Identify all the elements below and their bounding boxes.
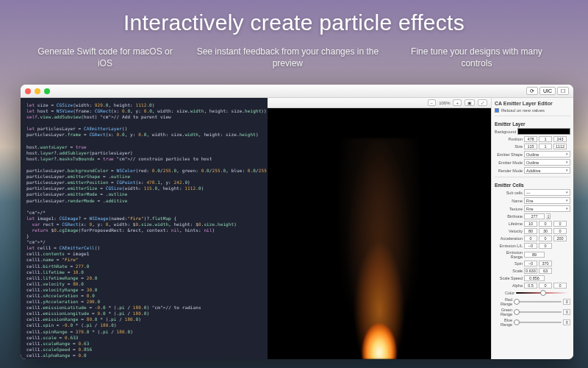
red-range-slider[interactable]: [514, 299, 562, 305]
spin-label: Spin: [495, 261, 523, 266]
alpha-a[interactable]: 0.5: [524, 283, 537, 289]
scale-speed-field[interactable]: 0.856: [524, 275, 545, 281]
position-label: Position: [495, 137, 523, 141]
emitter-shape-label: Emitter Shape: [495, 152, 523, 157]
birthrate-field[interactable]: 277: [524, 213, 545, 219]
blue-range-label: Blue Range: [495, 318, 512, 327]
size-h[interactable]: 1: [539, 144, 552, 149]
render-mode-select[interactable]: Additive: [524, 167, 570, 174]
acceleration-label: Acceleration: [495, 236, 523, 241]
color-slider[interactable]: [516, 290, 570, 296]
texture-select[interactable]: Fire: [524, 205, 570, 212]
stepper-icon[interactable]: ▴▾: [546, 213, 551, 219]
accel-b[interactable]: 0: [539, 236, 552, 241]
lifetime-a[interactable]: 10: [524, 221, 537, 227]
lifetime-b[interactable]: 0: [539, 221, 552, 227]
background-swatch[interactable]: [517, 128, 570, 135]
app-window: ⟳ UIC ☐ let size = CGSize(width: 929.0, …: [21, 85, 573, 359]
blue-range-field[interactable]: 0: [563, 319, 570, 325]
blue-range-slider[interactable]: [514, 319, 562, 325]
sub-headlines: Generate Swift code for macOS or iOS See…: [0, 46, 588, 69]
velocity-c[interactable]: 0: [553, 228, 567, 234]
scale-b[interactable]: 63: [539, 268, 552, 274]
alpha-label: Alpha: [495, 283, 523, 288]
size-d[interactable]: 1112: [553, 144, 567, 149]
titlebar-reload-button[interactable]: ⟳: [526, 87, 538, 95]
accel-c[interactable]: 200: [553, 236, 567, 241]
titlebar-panel-button[interactable]: ☐: [557, 87, 569, 95]
subcells-select[interactable]: —: [524, 189, 570, 196]
velocity-label: Velocity: [495, 229, 523, 233]
emission-b[interactable]: 0: [539, 243, 552, 249]
spin-b[interactable]: 370: [539, 261, 552, 266]
emission-range-field[interactable]: 89: [524, 252, 545, 258]
background-label: Background: [495, 130, 516, 134]
position-y[interactable]: 243: [553, 136, 567, 142]
name-field[interactable]: Fire: [524, 197, 570, 204]
red-range-field[interactable]: 0: [563, 299, 570, 305]
emitter-cells-section: Emitter Cells: [495, 183, 570, 188]
position-yl[interactable]: 1: [539, 136, 552, 142]
zoom-out-button[interactable]: −: [428, 99, 437, 106]
alpha-c[interactable]: 0: [553, 283, 567, 289]
lifetime-c[interactable]: 0: [553, 221, 567, 227]
emission-range-label: Emission Range: [495, 250, 523, 259]
emitter-layer-section: Emitter Layer: [495, 121, 570, 127]
preview-pane: − 100% + ▣ ⤢: [268, 98, 491, 359]
color-label: Color: [495, 291, 514, 295]
red-range-label: Red Range: [495, 297, 512, 306]
emitter-mode-label: Emitter Mode: [495, 160, 523, 165]
zoom-in-button[interactable]: +: [453, 99, 462, 106]
velocity-b[interactable]: 30: [539, 228, 552, 234]
preview-mode-button[interactable]: ▣: [465, 99, 475, 106]
particle-flame: [339, 138, 420, 359]
preview-toolbar: − 100% + ▣ ⤢: [268, 98, 491, 108]
reload-checkbox[interactable]: Reload on new values: [495, 108, 570, 113]
sub-1: Generate Swift code for macOS or iOS: [29, 46, 181, 69]
render-mode-label: Render Mode: [495, 169, 523, 173]
emitter-mode-select[interactable]: Outline: [524, 159, 570, 166]
position-x[interactable]: 478: [524, 136, 537, 142]
checkbox-icon: [495, 108, 499, 113]
sub-2: See instant feedback from your changes i…: [181, 46, 395, 69]
size-w[interactable]: 115: [524, 144, 537, 149]
window-content: let size = CGSize(width: 929.0, height: …: [21, 98, 573, 359]
preview-fullscreen-button[interactable]: ⤢: [478, 99, 487, 106]
name-label: Name: [495, 199, 523, 203]
green-range-slider[interactable]: [514, 309, 562, 315]
green-range-label: Green Range: [495, 308, 512, 316]
green-range-field[interactable]: 0: [563, 309, 570, 315]
accel-a[interactable]: 0: [524, 236, 537, 241]
inspector-panel: CA Emitter Layer Editor Reload on new va…: [491, 98, 573, 359]
scale-a[interactable]: 0.633: [524, 268, 537, 274]
lifetime-label: Lifetime: [495, 222, 523, 226]
zoom-level: 100%: [439, 101, 450, 105]
birthrate-label: Birthrate: [495, 214, 523, 219]
scale-speed-label: Scale Speed: [495, 276, 523, 280]
texture-label: Texture: [495, 207, 523, 211]
zoom-icon[interactable]: [44, 88, 50, 94]
velocity-a[interactable]: 80: [524, 228, 537, 234]
emission-a[interactable]: −0: [524, 243, 537, 249]
alpha-b[interactable]: 0: [539, 283, 552, 289]
headline: Interactively create particle effects: [0, 10, 588, 35]
scale-label: Scale: [495, 269, 523, 273]
reload-label: Reload on new values: [501, 108, 545, 113]
window-titlebar: ⟳ UIC ☐: [21, 85, 573, 98]
subcells-label: Sub cells: [495, 191, 523, 195]
minimize-icon[interactable]: [35, 88, 40, 94]
close-icon[interactable]: [25, 88, 31, 94]
titlebar-uic-button[interactable]: UIC: [539, 87, 556, 95]
emission-label: Emission L/L: [495, 244, 523, 248]
code-editor[interactable]: let size = CGSize(width: 929.0, height: …: [21, 98, 268, 359]
sub-3: Fine tune your designs with many control…: [395, 46, 559, 69]
emitter-shape-select[interactable]: Outline: [524, 151, 570, 158]
inspector-title: CA Emitter Layer Editor: [495, 101, 570, 106]
size-label: Size: [495, 144, 523, 149]
titlebar-segment: ⟳ UIC ☐: [526, 87, 569, 95]
spin-a[interactable]: −0: [524, 261, 537, 266]
